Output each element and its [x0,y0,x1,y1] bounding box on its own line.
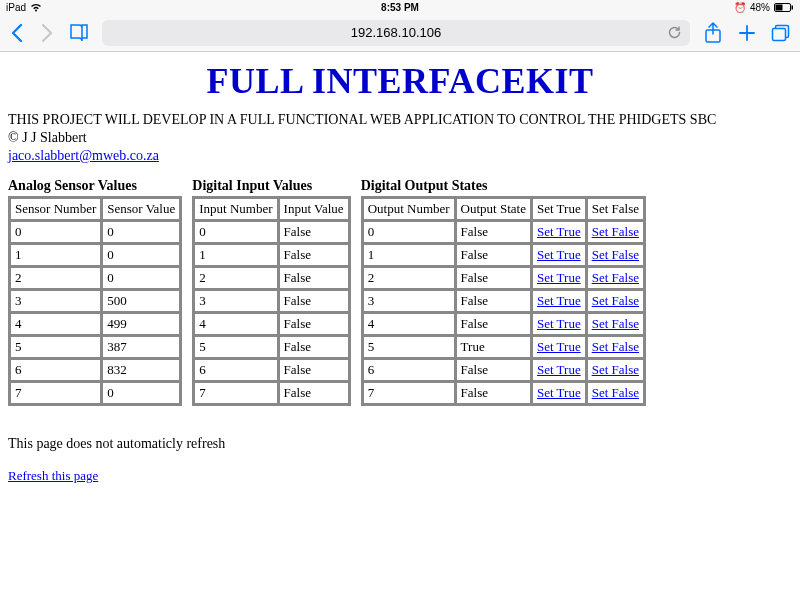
set-true-link[interactable]: Set True [537,270,581,285]
page-content: FULL INTERFACEKIT THIS PROJECT WILL DEVE… [0,52,800,488]
forward-button[interactable] [38,22,56,44]
set-true-link[interactable]: Set True [537,247,581,262]
svg-rect-7 [773,28,786,40]
wifi-icon [30,3,42,12]
table-row: 1False [194,244,348,266]
svg-rect-1 [776,4,783,10]
table-row: 5TrueSet TrueSet False [363,336,644,358]
battery-percent: 48% [750,2,770,13]
digital-in-title: Digital Input Values [192,178,350,194]
table-row: 3False [194,290,348,312]
table-row: 6832 [10,359,180,381]
table-row: 6FalseSet TrueSet False [363,359,644,381]
refresh-link[interactable]: Refresh this page [8,468,98,484]
set-false-link[interactable]: Set False [592,247,639,262]
digital-out-title: Digital Output States [361,178,646,194]
battery-icon [774,3,794,12]
set-true-link[interactable]: Set True [537,316,581,331]
tabs-button[interactable] [770,24,792,42]
analog-table: Sensor NumberSensor Value 00 10 20 3500 … [8,196,182,406]
din-head-val: Input Value [279,198,349,220]
share-button[interactable] [702,22,724,44]
set-false-link[interactable]: Set False [592,362,639,377]
set-false-link[interactable]: Set False [592,224,639,239]
email-link[interactable]: jaco.slabbert@mweb.co.za [8,148,159,163]
svg-rect-2 [792,5,794,9]
digital-output-block: Digital Output States Output Number Outp… [361,178,646,406]
safari-toolbar: 192.168.10.106 [0,14,800,52]
table-row: 2False [194,267,348,289]
table-row: 7FalseSet TrueSet False [363,382,644,404]
table-row: 4False [194,313,348,335]
reload-icon[interactable] [667,25,682,40]
ios-status-bar: iPad 8:53 PM ⏰ 48% [0,0,800,14]
address-bar[interactable]: 192.168.10.106 [102,20,690,46]
digital-input-block: Digital Input Values Input NumberInput V… [192,178,350,406]
din-head-num: Input Number [194,198,277,220]
bookmarks-button[interactable] [68,23,90,43]
refresh-note: This page does not automaticly refresh [8,436,792,452]
table-row: 5387 [10,336,180,358]
back-button[interactable] [8,22,26,44]
table-row: 10 [10,244,180,266]
project-description: THIS PROJECT WILL DEVELOP IN A FULL FUNC… [8,112,792,128]
new-tab-button[interactable] [736,24,758,42]
device-label: iPad [6,2,26,13]
table-row: 3500 [10,290,180,312]
digital-in-table: Input NumberInput Value 0False 1False 2F… [192,196,350,406]
copyright-text: © J J Slabbert [8,130,792,146]
table-row: 0FalseSet TrueSet False [363,221,644,243]
set-false-link[interactable]: Set False [592,293,639,308]
table-row: 2FalseSet TrueSet False [363,267,644,289]
set-true-link[interactable]: Set True [537,339,581,354]
digital-out-table: Output Number Output State Set True Set … [361,196,646,406]
set-false-link[interactable]: Set False [592,270,639,285]
url-text: 192.168.10.106 [351,25,441,40]
analog-head-num: Sensor Number [10,198,101,220]
clock-label: 8:53 PM [381,2,419,13]
set-false-link[interactable]: Set False [592,339,639,354]
set-true-link[interactable]: Set True [537,293,581,308]
table-row: 5False [194,336,348,358]
set-false-link[interactable]: Set False [592,316,639,331]
page-title: FULL INTERFACEKIT [8,60,792,102]
set-true-link[interactable]: Set True [537,385,581,400]
dout-head-settrue: Set True [532,198,586,220]
table-row: 4FalseSet TrueSet False [363,313,644,335]
dout-head-setfalse: Set False [587,198,644,220]
analog-sensor-block: Analog Sensor Values Sensor NumberSensor… [8,178,182,406]
set-true-link[interactable]: Set True [537,362,581,377]
alarm-icon: ⏰ [734,2,746,13]
analog-head-val: Sensor Value [102,198,180,220]
set-false-link[interactable]: Set False [592,385,639,400]
table-row: 0False [194,221,348,243]
table-row: 20 [10,267,180,289]
table-row: 70 [10,382,180,404]
set-true-link[interactable]: Set True [537,224,581,239]
table-row: 4499 [10,313,180,335]
table-row: 3FalseSet TrueSet False [363,290,644,312]
table-row: 7False [194,382,348,404]
dout-head-state: Output State [456,198,531,220]
table-row: 00 [10,221,180,243]
analog-title: Analog Sensor Values [8,178,182,194]
dout-head-num: Output Number [363,198,455,220]
table-row: 6False [194,359,348,381]
table-row: 1FalseSet TrueSet False [363,244,644,266]
